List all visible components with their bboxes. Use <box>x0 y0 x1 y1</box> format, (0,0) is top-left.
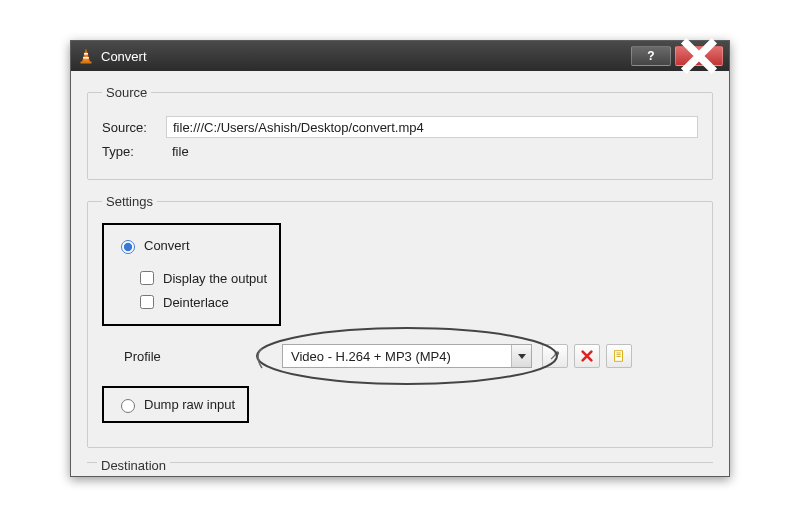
dump-raw-radio[interactable] <box>121 399 135 413</box>
titlebar: Convert ? <box>71 41 729 71</box>
convert-highlight-annotation: Convert Display the output Deinterlace <box>102 223 281 326</box>
deinterlace-checkbox[interactable] <box>140 295 154 309</box>
svg-rect-9 <box>616 356 620 357</box>
svg-rect-3 <box>81 62 92 64</box>
source-group: Source Source: Type: file <box>87 85 713 180</box>
profile-combobox[interactable]: Video - H.264 + MP3 (MP4) <box>282 344 532 368</box>
convert-radio[interactable] <box>121 240 135 254</box>
profile-combobox-value: Video - H.264 + MP3 (MP4) <box>291 349 451 364</box>
type-label: Type: <box>102 144 166 159</box>
edit-profile-button[interactable] <box>542 344 568 368</box>
dump-raw-label: Dump raw input <box>144 397 235 412</box>
new-document-icon <box>612 349 626 363</box>
convert-radio-label: Convert <box>144 238 190 253</box>
delete-x-icon <box>580 349 594 363</box>
display-output-checkbox[interactable] <box>140 271 154 285</box>
delete-profile-button[interactable] <box>574 344 600 368</box>
svg-rect-7 <box>616 353 620 354</box>
dialog-content: Source Source: Type: file Settings Conve… <box>71 71 729 476</box>
settings-group: Settings Convert Display the output Dein… <box>87 194 713 448</box>
svg-rect-2 <box>83 57 89 59</box>
help-button[interactable]: ? <box>631 46 671 66</box>
wrench-icon <box>548 349 562 363</box>
close-button[interactable] <box>675 46 723 66</box>
new-profile-button[interactable] <box>606 344 632 368</box>
settings-legend: Settings <box>102 194 157 209</box>
svg-rect-8 <box>616 354 620 355</box>
svg-rect-1 <box>84 53 88 55</box>
chevron-down-icon <box>511 345 531 367</box>
convert-dialog: Convert ? Source Source: Type: file Sett… <box>70 40 730 477</box>
svg-marker-0 <box>82 49 90 62</box>
source-path-input[interactable] <box>166 116 698 138</box>
destination-legend: Destination <box>97 458 170 473</box>
source-label: Source: <box>102 120 166 135</box>
type-value: file <box>166 144 189 159</box>
source-legend: Source <box>102 85 151 100</box>
dump-raw-highlight-annotation: Dump raw input <box>102 386 249 423</box>
deinterlace-label: Deinterlace <box>163 295 229 310</box>
profile-label: Profile <box>102 349 282 364</box>
svg-marker-5 <box>518 354 526 359</box>
window-title: Convert <box>101 49 147 64</box>
vlc-cone-icon <box>77 47 95 65</box>
display-output-label: Display the output <box>163 271 267 286</box>
